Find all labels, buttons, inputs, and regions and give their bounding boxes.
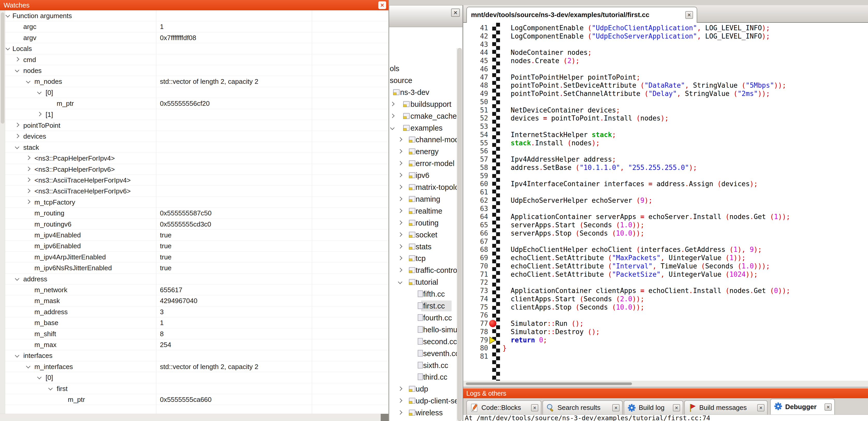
watch-row[interactable]: m_tcpFactory: [5, 197, 389, 208]
line-number[interactable]: 52: [464, 114, 488, 122]
chevron-right-icon[interactable]: [37, 112, 42, 116]
watch-row[interactable]: <ns3::PcapHelperForIpv4>: [5, 153, 389, 164]
line-number[interactable]: 46: [464, 65, 488, 73]
line-number[interactable]: 66: [464, 229, 488, 237]
watch-row[interactable]: [0]: [5, 87, 389, 98]
code-line-80[interactable]: 80}: [463, 344, 868, 352]
chevron-right-icon[interactable]: [398, 387, 402, 391]
line-number[interactable]: 69: [464, 254, 488, 262]
line-number[interactable]: 70: [464, 262, 488, 270]
chevron-right-icon[interactable]: [26, 177, 31, 182]
line-number[interactable]: 63: [464, 204, 488, 213]
chevron-right-icon[interactable]: [398, 197, 402, 201]
chevron-down-icon[interactable]: [390, 125, 395, 130]
line-number[interactable]: 65: [464, 221, 488, 229]
watch-row[interactable]: m_ipv4Enabledtrue: [5, 230, 389, 240]
line-number[interactable]: 42: [464, 32, 488, 40]
watch-row[interactable]: pointToPoint: [5, 120, 389, 131]
watch-row[interactable]: argc1: [5, 21, 389, 32]
line-number[interactable]: 43: [464, 40, 488, 48]
chevron-right-icon[interactable]: [398, 137, 402, 142]
chevron-right-icon[interactable]: [15, 134, 20, 138]
code-line-63[interactable]: 63: [463, 204, 868, 213]
tree-item-error-model[interactable]: error-model: [389, 158, 462, 169]
tree-item-ols[interactable]: ols: [389, 63, 462, 74]
code-line-60[interactable]: 60 Ipv4InterfaceContainer interfaces = a…: [463, 180, 868, 188]
line-number[interactable]: 51: [464, 106, 488, 114]
line-number[interactable]: 64: [464, 213, 488, 221]
code-line-72[interactable]: 72: [463, 278, 868, 287]
tree-item-seventh-cc[interactable]: seventh.cc: [389, 348, 462, 359]
tree-item-ipv6[interactable]: ipv6: [389, 169, 462, 181]
close-icon[interactable]: ×: [378, 1, 386, 9]
line-number[interactable]: 71: [464, 270, 488, 279]
chevron-right-icon[interactable]: [26, 189, 31, 193]
code-line-81[interactable]: 81: [463, 352, 868, 360]
line-number[interactable]: 44: [464, 48, 488, 57]
code-line-48[interactable]: 48 pointToPoint.SetDeviceAttribute ("Dat…: [463, 81, 868, 90]
chevron-down-icon[interactable]: [49, 386, 53, 390]
line-number[interactable]: 61: [464, 188, 488, 196]
code-line-55[interactable]: 55 stack.Install (nodes);: [463, 139, 868, 147]
watch-row[interactable]: address: [5, 273, 389, 285]
tree-item-hello-simul[interactable]: hello-simul: [389, 324, 462, 336]
line-number[interactable]: 80: [464, 344, 488, 352]
tree-item-stats[interactable]: stats: [389, 241, 462, 253]
code-line-75[interactable]: 75 clientApps.Stop (Seconds (10.0));: [463, 303, 868, 311]
close-icon[interactable]: ×: [685, 11, 693, 19]
watch-row[interactable]: m_routingv60x5555555cd3c0: [5, 219, 389, 230]
watch-row[interactable]: m_mask4294967040: [5, 295, 389, 306]
line-number[interactable]: 58: [464, 163, 488, 172]
code-line-62[interactable]: 62 UdpEchoServerHelper echoServer (9);: [463, 196, 868, 204]
chevron-right-icon[interactable]: [398, 232, 402, 237]
chevron-down-icon[interactable]: [15, 144, 20, 149]
tree-item-routing[interactable]: routing: [389, 217, 462, 229]
code-line-71[interactable]: 71 echoClient.SetAttribute ("PacketSize"…: [463, 270, 868, 279]
chevron-right-icon[interactable]: [398, 173, 402, 177]
watch-row[interactable]: m_interfacesstd::vector of length 2, cap…: [5, 361, 389, 372]
scrollbar-thumb[interactable]: [458, 48, 462, 421]
code-line-46[interactable]: 46: [463, 65, 868, 73]
log-tab-build-log[interactable]: Build log×: [624, 400, 683, 415]
chevron-down-icon[interactable]: [15, 68, 20, 72]
tree-item-third-cc[interactable]: third.cc: [389, 371, 462, 383]
close-icon[interactable]: ×: [612, 404, 620, 412]
code-line-45[interactable]: 45 nodes.Create (2);: [463, 57, 868, 65]
chevron-right-icon[interactable]: [398, 398, 402, 403]
chevron-down-icon[interactable]: [15, 353, 20, 357]
watch-row[interactable]: <ns3::AsciiTraceHelperForIpv6>: [5, 186, 389, 197]
line-number[interactable]: 45: [464, 57, 488, 65]
watch-row[interactable]: m_ipv6Enabledtrue: [5, 240, 389, 251]
line-number[interactable]: 74: [464, 295, 488, 303]
watches-titlebar[interactable]: Watches ×: [0, 0, 389, 10]
line-number[interactable]: 60: [464, 180, 488, 188]
chevron-down-icon[interactable]: [398, 280, 402, 284]
close-icon[interactable]: ×: [531, 404, 538, 412]
chevron-down-icon[interactable]: [15, 276, 20, 281]
watch-row[interactable]: m_nodesstd::vector of length 2, capacity…: [5, 76, 389, 87]
watch-row[interactable]: [1]: [5, 109, 389, 120]
chevron-right-icon[interactable]: [398, 244, 402, 249]
line-number[interactable]: 62: [464, 196, 488, 204]
watch-row[interactable]: cmd: [5, 54, 389, 65]
tree-item-fourth-cc[interactable]: fourth.cc: [389, 312, 462, 324]
watch-row[interactable]: [0]: [5, 372, 389, 383]
watch-row[interactable]: m_ptr0x55555556cf20: [5, 98, 389, 109]
watch-row[interactable]: m_max254: [5, 339, 389, 350]
watch-row[interactable]: m_shift8: [5, 328, 389, 339]
line-number[interactable]: 59: [464, 172, 488, 180]
line-number[interactable]: 72: [464, 278, 488, 287]
tree-item-tutorial[interactable]: tutorial: [389, 276, 462, 288]
chevron-right-icon[interactable]: [398, 268, 402, 272]
chevron-down-icon[interactable]: [37, 375, 42, 379]
tree-vertical-scrollbar[interactable]: [457, 48, 462, 421]
tree-item-ns-3-dev[interactable]: ns-3-dev: [389, 86, 462, 98]
tree-item-sixth-cc[interactable]: sixth.cc: [389, 359, 462, 371]
chevron-right-icon[interactable]: [26, 166, 31, 171]
code-line-73[interactable]: 73 ApplicationContainer clientApps = ech…: [463, 287, 868, 295]
editor-tab-first-cc[interactable]: mnt/dev/tools/source/ns-3-dev/examples/t…: [466, 7, 697, 23]
watch-row[interactable]: nodes: [5, 65, 389, 76]
chevron-right-icon[interactable]: [398, 220, 402, 225]
chevron-right-icon[interactable]: [26, 199, 31, 204]
code-line-76[interactable]: 76: [463, 311, 868, 319]
